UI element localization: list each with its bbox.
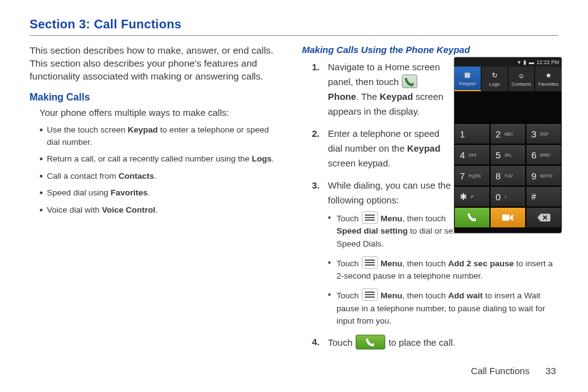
dial-display: [454, 91, 561, 123]
bullet-logs: Return a call, or call a recently called…: [39, 153, 276, 165]
step-number: 2.: [312, 126, 320, 141]
bold-speed-dial-setting: Speed dial setting: [337, 226, 408, 235]
key-digit: 4: [460, 150, 465, 160]
text: . The: [356, 91, 380, 102]
heading-making-calls: Making Calls: [30, 92, 276, 103]
key-hash[interactable]: #: [526, 186, 561, 207]
heading-keypad-calls: Making Calls Using the Phone Keypad: [302, 44, 558, 55]
phone-tabs: ▦ Keypad ↻ Logs ☺ Contacts ★ Favorites: [454, 67, 561, 91]
step-1-body: Navigate to a Home screen panel, then to…: [328, 60, 451, 119]
key-digit: #: [531, 192, 536, 202]
content-columns: This section describes how to make, answ…: [30, 44, 558, 357]
tab-favorites[interactable]: ★ Favorites: [535, 67, 561, 91]
step-number: 4.: [312, 335, 320, 349]
tab-label: Favorites: [538, 81, 558, 87]
tab-label: Keypad: [459, 81, 476, 86]
text: , then touch: [402, 214, 446, 223]
text: , then touch: [402, 259, 448, 268]
logs-icon: ↻: [490, 71, 499, 80]
section-intro: This section describes how to make, answ…: [30, 44, 276, 83]
tab-logs[interactable]: ↻ Logs: [481, 67, 508, 91]
key-digit: 9: [531, 171, 536, 181]
bold-voice-control: Voice Control: [102, 205, 155, 214]
key-digit: 0: [496, 192, 500, 202]
key-digit: 3: [531, 129, 536, 139]
key-letters: +: [504, 195, 507, 199]
menu-icon: [362, 211, 378, 224]
key-letters: GHI: [468, 153, 476, 157]
bold-keypad: Keypad: [128, 125, 158, 134]
favorites-icon: ★: [544, 71, 553, 80]
key-8[interactable]: 8TUV: [490, 165, 526, 186]
text: Use the touch screen: [47, 125, 128, 134]
key-letters: MNO: [540, 153, 550, 157]
dial-video-button[interactable]: [490, 207, 526, 228]
bold-menu: Menu: [381, 214, 402, 223]
text: .: [154, 171, 157, 181]
battery-icon: ▬: [529, 59, 534, 65]
bullet-contacts: Call a contact from Contacts.: [39, 170, 276, 182]
key-digit: 7: [460, 171, 465, 181]
wifi-icon: ▾: [518, 59, 521, 65]
tab-contacts[interactable]: ☺ Contacts: [508, 67, 536, 91]
text: Navigate to a Home screen panel, then to…: [328, 62, 440, 87]
option-speed-dial-setting: Touch Menu, then touch Speed dial settin…: [328, 211, 457, 250]
key-9[interactable]: 9WXYZ: [526, 165, 561, 186]
key-digit: 2: [496, 129, 500, 139]
key-1[interactable]: 1: [454, 123, 490, 144]
right-column: Making Calls Using the Phone Keypad 1. N…: [302, 44, 558, 357]
key-2[interactable]: 2ABC: [490, 123, 526, 144]
text: Call a contact from: [47, 171, 118, 181]
menu-icon: [362, 256, 378, 269]
bold-add-2-sec-pause: Add 2 sec pause: [448, 259, 514, 268]
bold-menu: Menu: [381, 259, 402, 268]
bold-keypad: Keypad: [380, 91, 413, 102]
key-letters: JKL: [504, 153, 512, 157]
key-letters: P: [471, 195, 474, 199]
key-digit: 6: [531, 150, 536, 160]
key-4[interactable]: 4GHI: [454, 144, 490, 165]
bold-keypad: Keypad: [407, 143, 440, 153]
contacts-icon: ☺: [517, 71, 526, 80]
bold-menu: Menu: [381, 291, 402, 300]
key-letters: DEF: [540, 132, 549, 136]
key-digit: 1: [460, 129, 465, 139]
key-0[interactable]: 0+: [490, 186, 526, 207]
text: to place the call.: [388, 337, 455, 348]
option-add-2-sec-pause: Touch Menu, then touch Add 2 sec pause t…: [328, 256, 558, 283]
dial-call-button[interactable]: [454, 207, 490, 228]
svg-rect-0: [502, 214, 510, 221]
call-button-icon: [356, 335, 385, 349]
key-6[interactable]: 6MNO: [526, 144, 561, 165]
text: Return a call, or call a recently called…: [47, 154, 251, 163]
text: screen keypad.: [328, 158, 391, 168]
key-star[interactable]: ✱P: [454, 186, 490, 207]
key-5[interactable]: 5JKL: [490, 144, 526, 165]
key-letters: TUV: [504, 174, 513, 178]
tab-label: Logs: [489, 81, 499, 87]
tab-label: Contacts: [512, 81, 531, 87]
keypad-icon: ▦: [463, 71, 472, 80]
section-title: Section 3: Call Functions: [30, 17, 558, 35]
tab-keypad[interactable]: ▦ Keypad: [454, 67, 481, 91]
key-letters: WXYZ: [540, 174, 552, 178]
text: Touch: [337, 259, 361, 268]
section-rule: [30, 35, 558, 36]
step-number: 1.: [312, 60, 320, 75]
key-7[interactable]: 7PQRS: [454, 165, 490, 186]
text: Touch: [337, 291, 361, 300]
key-digit: 8: [496, 171, 500, 181]
status-time: 12:22 PM: [537, 59, 559, 65]
left-column: This section describes how to make, answ…: [30, 44, 276, 357]
bold-add-wait: Add wait: [448, 291, 483, 300]
text: Voice dial with: [47, 205, 102, 214]
text: Touch: [328, 337, 355, 348]
bold-logs: Logs: [251, 154, 271, 163]
dial-backspace-button[interactable]: [526, 207, 561, 228]
key-letters: PQRS: [468, 174, 481, 178]
making-calls-lead: Your phone offers multiple ways to make …: [39, 107, 276, 119]
key-letters: ABC: [504, 132, 513, 136]
bullet-keypad: Use the touch screen Keypad to enter a t…: [39, 124, 276, 148]
key-3[interactable]: 3DEF: [526, 123, 561, 144]
text: Touch: [337, 214, 361, 223]
